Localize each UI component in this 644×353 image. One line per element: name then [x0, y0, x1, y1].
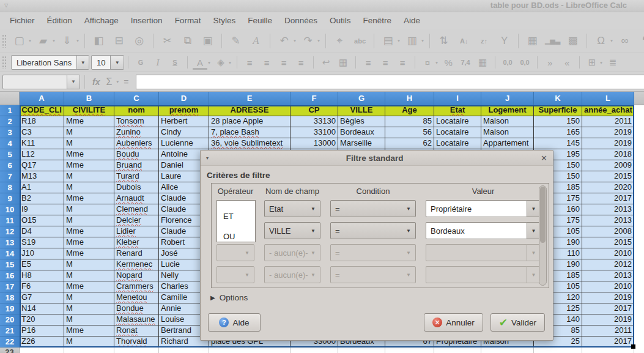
- underline-icon[interactable]: S: [168, 56, 182, 69]
- cell[interactable]: Nopard: [114, 270, 159, 281]
- column-header-f[interactable]: F: [291, 92, 338, 105]
- cell[interactable]: N14: [20, 303, 64, 314]
- toolbar-grip[interactable]: [2, 56, 6, 69]
- cell[interactable]: 28 place Apple: [209, 116, 291, 127]
- dialog-titlebar[interactable]: ▾ Filtre standard ✕: [201, 150, 553, 166]
- cell[interactable]: Locataire: [434, 138, 481, 149]
- name-box-dropdown-icon[interactable]: ▼: [67, 75, 80, 89]
- insert-hyperlink-icon[interactable]: ∞: [616, 33, 633, 49]
- row-header-18[interactable]: 18: [0, 292, 20, 303]
- redo-icon[interactable]: ↷: [300, 33, 316, 49]
- border-style-icon[interactable]: ≣: [605, 56, 620, 69]
- cell[interactable]: Kleber: [114, 237, 159, 248]
- value-combobox-2[interactable]: Bordeaux▼: [426, 222, 541, 239]
- column-header-l[interactable]: L: [582, 92, 634, 105]
- cell[interactable]: 62: [385, 138, 434, 149]
- cell[interactable]: M13: [20, 171, 64, 182]
- criteria-scrollbar-thumb[interactable]: [540, 187, 546, 243]
- cell[interactable]: 2010: [582, 248, 634, 259]
- cell[interactable]: Marseille: [338, 138, 385, 149]
- paste-icon[interactable]: ▣: [199, 33, 216, 49]
- cell[interactable]: Mme: [64, 226, 114, 237]
- cell[interactable]: 2008: [582, 226, 634, 237]
- open-file-icon[interactable]: ▰: [35, 33, 51, 49]
- field-select-2[interactable]: VILLE▼: [264, 222, 320, 239]
- cell[interactable]: J10: [20, 248, 64, 259]
- cell[interactable]: 2018: [582, 149, 634, 160]
- cell[interactable]: H8: [20, 270, 64, 281]
- cell[interactable]: Turard: [114, 171, 159, 182]
- function-wizard-icon[interactable]: fx: [92, 77, 100, 87]
- new-document-dropdown-icon[interactable]: ▾: [29, 38, 31, 43]
- column-header-c[interactable]: C: [114, 92, 159, 105]
- cell[interactable]: Maison: [481, 127, 534, 138]
- cell[interactable]: E5: [20, 259, 64, 270]
- row-header-13[interactable]: 13: [0, 237, 20, 248]
- sort-icon[interactable]: ⇅: [435, 33, 452, 49]
- cell[interactable]: 2012: [582, 259, 634, 270]
- help-button[interactable]: ? Aide: [208, 313, 261, 332]
- column-header-partial[interactable]: [634, 92, 644, 105]
- menu-donnees[interactable]: Données: [278, 13, 324, 28]
- cell[interactable]: [114, 347, 159, 353]
- row-header-7[interactable]: 7: [0, 171, 20, 182]
- menu-fenetre[interactable]: Fenêtre: [357, 13, 398, 28]
- cell[interactable]: 150: [534, 116, 582, 127]
- font-color-icon[interactable]: A: [193, 58, 207, 70]
- insert-row-dropdown-icon[interactable]: ▾: [398, 38, 400, 43]
- font-name-combobox[interactable]: Liberation Sans ▼: [11, 55, 89, 70]
- dialog-close-icon[interactable]: ✕: [541, 154, 547, 163]
- cell[interactable]: Bondue: [114, 303, 159, 314]
- cell[interactable]: M: [64, 138, 114, 149]
- cell[interactable]: Tonsom: [114, 116, 159, 127]
- borders-icon[interactable]: ⊞: [585, 56, 599, 69]
- cell[interactable]: 2013: [582, 204, 634, 215]
- menu-affichage[interactable]: Affichage: [78, 13, 125, 28]
- align-right-icon[interactable]: ≡: [276, 56, 291, 69]
- insert-column-dropdown-icon[interactable]: ▾: [421, 38, 424, 43]
- cell[interactable]: Aubeniers: [114, 138, 159, 149]
- cell[interactable]: Herbert: [159, 116, 209, 127]
- cell[interactable]: [534, 347, 582, 353]
- cell[interactable]: Boudu: [114, 149, 159, 160]
- cell[interactable]: M: [64, 171, 114, 182]
- cell[interactable]: Locataire: [434, 116, 481, 127]
- redo-dropdown-icon[interactable]: ▾: [317, 38, 320, 43]
- cell[interactable]: D4: [20, 226, 64, 237]
- cell[interactable]: Clemend: [114, 204, 159, 215]
- cell[interactable]: 2020: [582, 182, 634, 193]
- special-character-icon[interactable]: Ω: [593, 33, 609, 49]
- print-icon[interactable]: ⊟: [111, 33, 127, 49]
- delete-decimal-icon[interactable]: 0,0: [517, 56, 532, 69]
- cell[interactable]: Bègles: [338, 116, 385, 127]
- select-all-corner[interactable]: [0, 92, 20, 105]
- currency-format-dropdown-icon[interactable]: ▾: [435, 60, 438, 65]
- find-replace-icon[interactable]: ⌖: [331, 33, 348, 49]
- cell[interactable]: 2009: [582, 160, 634, 171]
- cell[interactable]: [582, 347, 634, 353]
- valign-center-icon[interactable]: ≡: [378, 56, 393, 69]
- cell[interactable]: O15: [20, 215, 64, 226]
- condition-select-3[interactable]: =▼: [330, 244, 416, 261]
- header-cell-4[interactable]: ADRESSE: [209, 105, 291, 116]
- open-file-dropdown-icon[interactable]: ▾: [53, 38, 55, 43]
- font-size-dropdown-icon[interactable]: ▼: [110, 56, 124, 69]
- header-cell-1[interactable]: CIVILITE: [64, 105, 114, 116]
- condition-select-1[interactable]: =▼: [330, 200, 416, 217]
- column-header-j[interactable]: J: [481, 92, 534, 105]
- row-header-10[interactable]: 10: [0, 204, 20, 215]
- cell[interactable]: L12: [20, 149, 64, 160]
- cell[interactable]: M: [64, 182, 114, 193]
- cell[interactable]: T20: [20, 314, 64, 325]
- cell[interactable]: Mme: [64, 325, 114, 336]
- menu-format[interactable]: Format: [169, 13, 207, 28]
- toolbar-grip[interactable]: [2, 34, 6, 48]
- cell[interactable]: F6: [20, 281, 64, 292]
- column-header-h[interactable]: H: [385, 92, 434, 105]
- menu-styles[interactable]: Styles: [207, 13, 242, 28]
- cell[interactable]: [385, 347, 434, 353]
- cell[interactable]: P16: [20, 325, 64, 336]
- cell[interactable]: Mme: [64, 281, 114, 292]
- value-combobox-1[interactable]: Propriétaire▼: [426, 200, 541, 217]
- cell[interactable]: 145: [534, 138, 582, 149]
